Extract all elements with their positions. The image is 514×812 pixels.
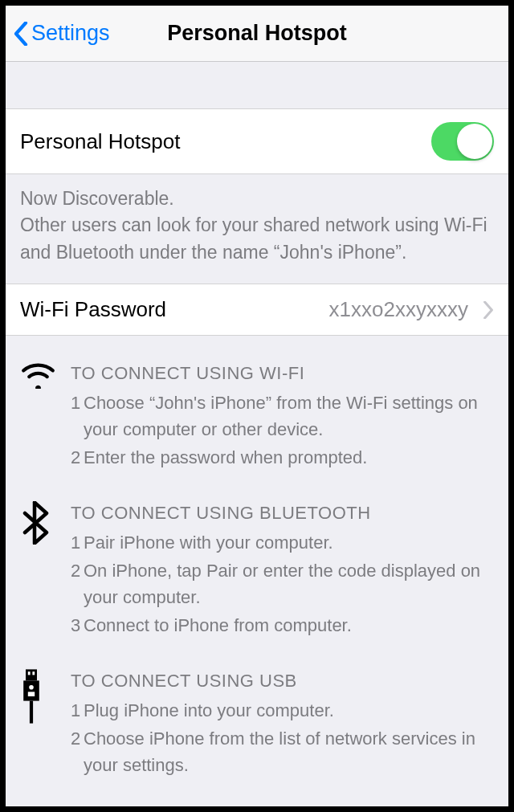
instruction-bluetooth-step: 2On iPhone, tap Pair or enter the code d… (71, 557, 494, 610)
instruction-bluetooth-step: 3Connect to iPhone from computer. (71, 612, 494, 639)
instruction-usb-step: 2Choose iPhone from the list of network … (71, 725, 494, 778)
instruction-wifi-step: 1Choose “John's iPhone” from the Wi-Fi s… (71, 390, 494, 443)
back-button[interactable]: Settings (6, 21, 110, 46)
chevron-left-icon (14, 22, 28, 46)
svg-rect-1 (28, 671, 31, 675)
wifi-icon (20, 361, 56, 389)
svg-point-4 (29, 685, 34, 690)
instruction-wifi: TO CONNECT USING WI-FI 1Choose “John's i… (20, 360, 494, 472)
navigation-bar: Settings Personal Hotspot (6, 6, 508, 62)
instruction-bluetooth: TO CONNECT USING BLUETOOTH 1Pair iPhone … (20, 500, 494, 640)
wifi-password-label: Wi-Fi Password (20, 297, 166, 322)
toggle-knob (457, 124, 492, 159)
svg-rect-0 (26, 669, 37, 680)
description-line1: Now Discoverable. (20, 186, 494, 212)
wifi-password-row[interactable]: Wi-Fi Password x1xxo2xxyxxxy (6, 284, 508, 336)
svg-rect-2 (32, 671, 35, 675)
hotspot-toggle-row: Personal Hotspot (6, 108, 508, 174)
wifi-password-value: x1xxo2xxyxxxy (329, 297, 468, 322)
hotspot-toggle[interactable] (431, 122, 494, 161)
instruction-usb-step: 1Plug iPhone into your computer. (71, 697, 494, 724)
svg-rect-3 (23, 680, 39, 700)
description-line2: Other users can look for your shared net… (20, 212, 494, 266)
bluetooth-icon (20, 501, 49, 545)
usb-icon (20, 669, 43, 724)
section-spacer (6, 62, 508, 108)
chevron-right-icon (483, 301, 494, 319)
svg-rect-6 (30, 701, 33, 724)
hotspot-toggle-label: Personal Hotspot (20, 129, 180, 154)
instructions-section: TO CONNECT USING WI-FI 1Choose “John's i… (6, 336, 508, 796)
instruction-wifi-step: 2Enter the password when prompted. (71, 444, 494, 471)
instruction-usb-title: TO CONNECT USING USB (71, 667, 494, 694)
instruction-wifi-title: TO CONNECT USING WI-FI (71, 360, 494, 386)
back-label: Settings (31, 21, 110, 46)
instruction-bluetooth-step: 1Pair iPhone with your computer. (71, 529, 494, 556)
instruction-usb: TO CONNECT USING USB 1Plug iPhone into y… (20, 667, 494, 780)
svg-rect-5 (28, 692, 35, 696)
instruction-bluetooth-title: TO CONNECT USING BLUETOOTH (71, 500, 494, 526)
description-block: Now Discoverable. Other users can look f… (6, 174, 508, 284)
